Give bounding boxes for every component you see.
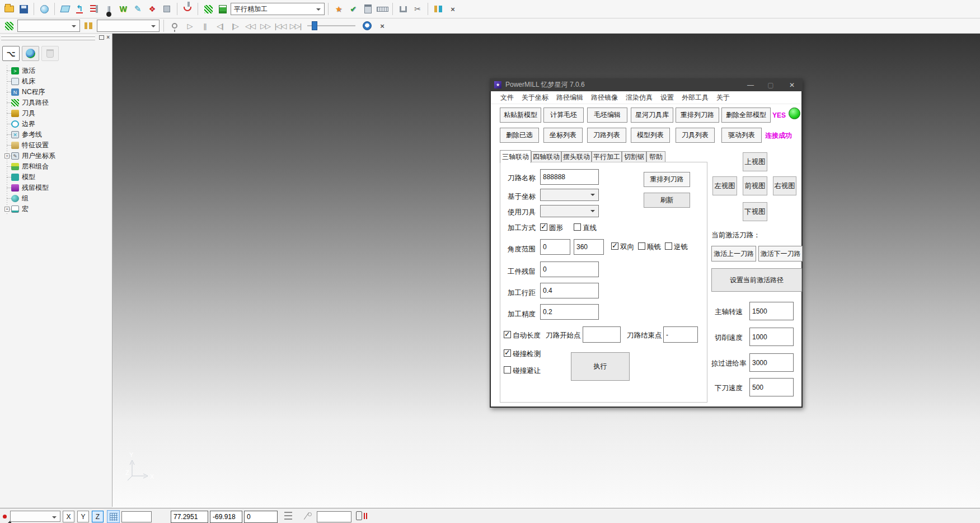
collision-avoid-checkbox[interactable] [504, 366, 511, 373]
axis-z-button[interactable]: Z [92, 511, 104, 522]
machine-pair-icon[interactable] [432, 2, 445, 16]
fast-forward-icon[interactable]: ▷▷ [259, 18, 272, 33]
delete-selected-button[interactable]: 删除已选 [500, 128, 539, 143]
menu-render-sim[interactable]: 渲染仿真 [622, 93, 657, 102]
expand-icon[interactable]: + [4, 153, 10, 158]
tree-item-patterns[interactable]: ✕参考线 [3, 129, 111, 140]
calculator-icon[interactable] [361, 2, 374, 16]
tree-item-feature-sets[interactable]: 特征设置 [3, 140, 111, 151]
tree-item-stock-models[interactable]: 残留模型 [3, 183, 111, 193]
tolerance-status-input[interactable] [317, 511, 351, 522]
block-edit-button[interactable]: 毛坯编辑 [587, 108, 627, 123]
view-front-button[interactable]: 前视图 [743, 176, 767, 195]
coord-y-input[interactable] [210, 511, 242, 523]
menu-path-edit[interactable]: 路径编辑 [552, 93, 587, 102]
tree-item-levels-sets[interactable]: 层和组合 [3, 161, 111, 172]
locate-axes-icon[interactable] [302, 512, 311, 520]
set-active-path-button[interactable]: 设置当前激活路径 [711, 268, 802, 292]
minimize-button[interactable]: — [741, 78, 760, 91]
create-block-icon[interactable] [58, 2, 72, 16]
tool-list-button[interactable]: 刀具列表 [676, 128, 715, 143]
tab-swivel[interactable]: 摆头联动 [561, 151, 592, 162]
go-end-icon[interactable]: ▷▷| [289, 18, 302, 33]
tree-item-models[interactable]: 模型 [3, 172, 111, 183]
dock-grip[interactable] [1, 35, 95, 42]
tool-holder-icon[interactable] [160, 2, 174, 16]
tab-3axis[interactable]: 三轴联动 [500, 150, 531, 163]
tree-item-macros[interactable]: +宏 [3, 204, 111, 214]
view-top-button[interactable]: 上视图 [743, 152, 767, 171]
grid-toggle-button[interactable] [107, 510, 120, 523]
rearrange-button[interactable]: 重排列刀路 [644, 172, 690, 187]
tab-saw[interactable]: 切割锯 [622, 151, 646, 162]
stepover-input[interactable] [540, 283, 599, 298]
dialog-titlebar[interactable]: ★ PowerMILL 忆梦星河 7.0.6 — ▢ ✕ [490, 78, 803, 91]
speed-slider[interactable] [307, 21, 355, 31]
expand-icon[interactable]: + [4, 207, 10, 212]
skim-feed-input[interactable] [749, 353, 794, 372]
clamp-icon[interactable] [396, 2, 410, 16]
coord-x-input[interactable] [171, 511, 208, 523]
end-point-input[interactable] [663, 326, 698, 343]
step-back-icon[interactable]: ◁| [213, 18, 227, 33]
toolbar-close-icon[interactable]: × [446, 2, 459, 16]
cut-tool-icon[interactable]: ✂ [411, 2, 424, 16]
view-right-button[interactable]: 右视图 [773, 176, 796, 195]
tree-item-nc-program[interactable]: NNC程序 [3, 87, 111, 97]
feature-set-icon[interactable]: ❖ [146, 2, 159, 16]
tree-item-toolpaths[interactable]: 刀具路径 [3, 97, 111, 108]
tool-dropdown[interactable] [540, 205, 599, 217]
xyz-list-icon[interactable] [284, 512, 292, 520]
boundary-icon[interactable]: W [116, 2, 130, 16]
grid-size-input[interactable] [121, 511, 152, 522]
rearrange-toolpaths-button[interactable]: 重排列刀路 [676, 108, 719, 123]
maximize-button[interactable]: ▢ [761, 78, 780, 91]
go-start-icon[interactable]: |◁◁ [274, 18, 287, 33]
save-icon[interactable] [17, 2, 30, 16]
collision-check-icon[interactable] [181, 2, 194, 16]
toolpath-spring-icon[interactable] [201, 2, 215, 16]
play-icon[interactable]: ▷ [183, 18, 196, 33]
tool-library-button[interactable]: 星河刀具库 [631, 108, 673, 123]
ruler-icon[interactable] [376, 2, 389, 16]
tab-parallel[interactable]: 平行加工 [592, 151, 622, 162]
open-file-icon[interactable] [2, 2, 16, 16]
sim-tool-dropdown[interactable] [97, 20, 160, 32]
coord-z-input[interactable] [244, 511, 278, 523]
panel-close-icon[interactable]: × [106, 34, 110, 40]
toolpath-name-input[interactable] [540, 169, 599, 185]
create-tool-icon[interactable] [102, 2, 115, 16]
step-forward-icon[interactable]: |▷ [228, 18, 242, 33]
clock-icon[interactable] [360, 18, 374, 33]
execute-button[interactable]: 执行 [571, 352, 630, 381]
pattern-icon[interactable]: ✎ [131, 2, 144, 16]
menu-path-mirror[interactable]: 路径镜像 [587, 93, 622, 102]
cutting-feed-input[interactable] [749, 328, 794, 346]
light-bulb-icon[interactable] [168, 18, 181, 33]
rewind-icon[interactable]: ◁◁ [243, 18, 257, 33]
tree-item-activate[interactable]: >激活 [3, 66, 111, 76]
toolpath-strategy-icon[interactable]: ↰ [73, 2, 86, 16]
sim-toolpath-dropdown[interactable] [17, 20, 80, 32]
paste-new-model-button[interactable]: 粘贴新模型 [500, 108, 541, 123]
shade-render-icon[interactable] [37, 2, 51, 16]
calc-block-button[interactable]: 计算毛坯 [543, 108, 584, 123]
status-dropdown[interactable] [10, 511, 60, 522]
menu-external-tools[interactable]: 外部工具 [678, 93, 712, 102]
coord-dropdown[interactable] [540, 189, 599, 201]
toolpath-list-button[interactable]: 刀路列表 [587, 128, 626, 143]
tree-item-workplanes[interactable]: +✎用户坐标系 [3, 151, 111, 161]
clipboard-pause-icon[interactable] [356, 511, 362, 520]
angle-start-input[interactable] [540, 239, 570, 255]
delete-all-models-button[interactable]: 删除全部模型 [721, 108, 771, 123]
axis-y-button[interactable]: Y [77, 511, 89, 522]
menu-settings[interactable]: 设置 [657, 93, 678, 102]
start-point-input[interactable] [583, 326, 621, 343]
tab-help[interactable]: 帮助 [646, 151, 665, 162]
slider-handle[interactable] [312, 21, 317, 30]
view-left-button[interactable]: 左视图 [712, 176, 737, 195]
menu-file[interactable]: 文件 [496, 93, 518, 102]
record-dot-icon[interactable] [3, 515, 7, 519]
angle-end-input[interactable] [574, 239, 604, 255]
close-button[interactable]: ✕ [782, 78, 801, 91]
